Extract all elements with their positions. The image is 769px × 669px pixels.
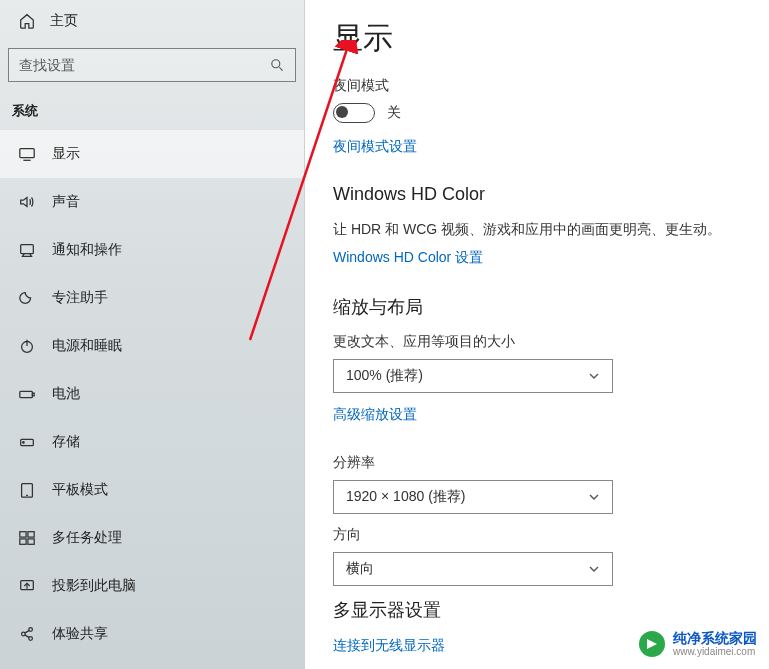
sidebar-item-label: 声音 bbox=[52, 193, 80, 211]
chevron-down-icon bbox=[588, 563, 600, 575]
search-icon bbox=[269, 57, 285, 73]
sidebar-item-storage[interactable]: 存储 bbox=[0, 418, 304, 466]
power-icon bbox=[18, 337, 36, 355]
display-icon bbox=[18, 145, 36, 163]
main-panel: 显示 夜间模式 关 夜间模式设置 Windows HD Color 让 HDR … bbox=[305, 0, 769, 669]
sidebar-item-battery[interactable]: 电池 bbox=[0, 370, 304, 418]
share-icon bbox=[18, 625, 36, 643]
sidebar-item-label: 存储 bbox=[52, 433, 80, 451]
svg-rect-14 bbox=[28, 532, 34, 537]
resolution-value: 1920 × 1080 (推荐) bbox=[346, 488, 465, 506]
svg-point-10 bbox=[23, 442, 24, 443]
sidebar-item-project[interactable]: 投影到此电脑 bbox=[0, 562, 304, 610]
storage-icon bbox=[18, 433, 36, 451]
sidebar-item-label: 多任务处理 bbox=[52, 529, 122, 547]
hd-color-link[interactable]: Windows HD Color 设置 bbox=[333, 249, 483, 267]
svg-rect-4 bbox=[21, 245, 34, 254]
hd-color-heading: Windows HD Color bbox=[333, 184, 741, 205]
svg-rect-7 bbox=[20, 391, 33, 397]
sidebar-item-notifications[interactable]: 通知和操作 bbox=[0, 226, 304, 274]
chevron-down-icon bbox=[588, 370, 600, 382]
sidebar: 主页 系统 显示 声音 通知和操作 专注助手 电源和睡眠 bbox=[0, 0, 305, 669]
svg-line-1 bbox=[279, 67, 282, 70]
scale-heading: 缩放与布局 bbox=[333, 295, 741, 319]
sidebar-item-focus[interactable]: 专注助手 bbox=[0, 274, 304, 322]
svg-rect-15 bbox=[20, 539, 26, 544]
multi-display-heading: 多显示器设置 bbox=[333, 598, 741, 622]
svg-rect-8 bbox=[32, 393, 34, 396]
tablet-icon bbox=[18, 481, 36, 499]
watermark-name: 纯净系统家园 bbox=[673, 630, 757, 647]
watermark-icon bbox=[637, 629, 667, 659]
svg-point-0 bbox=[272, 60, 280, 68]
scale-select[interactable]: 100% (推荐) bbox=[333, 359, 613, 393]
sidebar-item-label: 平板模式 bbox=[52, 481, 108, 499]
scale-value: 100% (推荐) bbox=[346, 367, 423, 385]
sidebar-item-sound[interactable]: 声音 bbox=[0, 178, 304, 226]
sidebar-item-multitask[interactable]: 多任务处理 bbox=[0, 514, 304, 562]
sidebar-item-label: 体验共享 bbox=[52, 625, 108, 643]
page-title: 显示 bbox=[333, 18, 741, 59]
orientation-value: 横向 bbox=[346, 560, 374, 578]
sidebar-item-label: 显示 bbox=[52, 145, 80, 163]
sidebar-item-tablet[interactable]: 平板模式 bbox=[0, 466, 304, 514]
sidebar-item-label: 电源和睡眠 bbox=[52, 337, 122, 355]
sidebar-item-label: 通知和操作 bbox=[52, 241, 122, 259]
resolution-label: 分辨率 bbox=[333, 454, 741, 472]
sound-icon bbox=[18, 193, 36, 211]
home-button[interactable]: 主页 bbox=[0, 0, 304, 40]
svg-line-23 bbox=[25, 635, 30, 638]
night-mode-state: 关 bbox=[387, 104, 401, 122]
sidebar-item-label: 电池 bbox=[52, 385, 80, 403]
sidebar-item-power[interactable]: 电源和睡眠 bbox=[0, 322, 304, 370]
orientation-label: 方向 bbox=[333, 526, 741, 544]
battery-icon bbox=[18, 385, 36, 403]
orientation-select[interactable]: 横向 bbox=[333, 552, 613, 586]
scale-label: 更改文本、应用等项目的大小 bbox=[333, 333, 741, 351]
night-mode-toggle[interactable] bbox=[333, 103, 375, 123]
sidebar-item-label: 专注助手 bbox=[52, 289, 108, 307]
hd-color-desc: 让 HDR 和 WCG 视频、游戏和应用中的画面更明亮、更生动。 bbox=[333, 219, 741, 240]
advanced-scale-link[interactable]: 高级缩放设置 bbox=[333, 406, 417, 424]
notifications-icon bbox=[18, 241, 36, 259]
section-title: 系统 bbox=[0, 86, 304, 130]
svg-rect-2 bbox=[20, 149, 34, 158]
home-icon bbox=[18, 12, 36, 30]
night-mode-label: 夜间模式 bbox=[333, 77, 741, 95]
night-mode-link[interactable]: 夜间模式设置 bbox=[333, 138, 417, 156]
sidebar-item-share[interactable]: 体验共享 bbox=[0, 610, 304, 658]
watermark-url: www.yidaimei.com bbox=[673, 646, 757, 658]
search-input[interactable] bbox=[19, 57, 269, 73]
chevron-down-icon bbox=[588, 491, 600, 503]
project-icon bbox=[18, 577, 36, 595]
focus-icon bbox=[18, 289, 36, 307]
watermark: 纯净系统家园 www.yidaimei.com bbox=[637, 629, 757, 659]
search-box[interactable] bbox=[8, 48, 296, 82]
home-label: 主页 bbox=[50, 12, 78, 30]
svg-rect-13 bbox=[20, 532, 26, 537]
svg-rect-16 bbox=[28, 539, 34, 544]
sidebar-item-label: 投影到此电脑 bbox=[52, 577, 136, 595]
svg-line-22 bbox=[25, 630, 30, 633]
wireless-display-link[interactable]: 连接到无线显示器 bbox=[333, 637, 445, 655]
multitask-icon bbox=[18, 529, 36, 547]
resolution-select[interactable]: 1920 × 1080 (推荐) bbox=[333, 480, 613, 514]
sidebar-item-display[interactable]: 显示 bbox=[0, 130, 304, 178]
